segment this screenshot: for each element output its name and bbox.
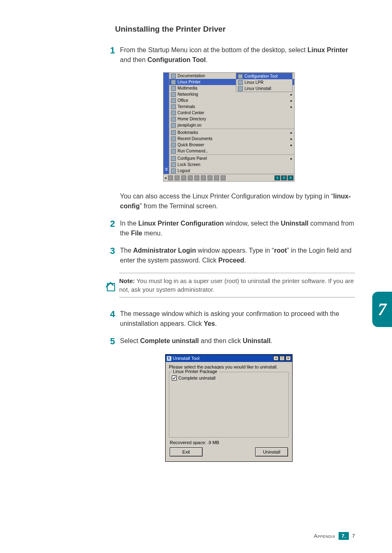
taskbar-icon[interactable] (221, 175, 226, 180)
submenu-configuration-tool[interactable]: Configuration Tool (236, 73, 292, 79)
logout-icon (171, 168, 176, 173)
label: Documentation (178, 74, 205, 78)
exit-button[interactable]: Exit (170, 447, 203, 456)
text: You can also access the Linux Printer Co… (120, 193, 333, 200)
label: Recent Documents (178, 136, 212, 141)
bold: Complete uninstall (140, 337, 199, 344)
step-text: From the Startup Menu icon at the bottom… (120, 45, 355, 65)
taskbar-icon[interactable] (188, 175, 193, 180)
terminal-icon (171, 104, 176, 109)
maximize-button[interactable]: □ (279, 356, 285, 361)
note-icon (105, 280, 117, 293)
dialog-title: Uninstall Tool (173, 356, 199, 361)
menu-item-terminals[interactable]: Terminals▸ (169, 104, 294, 110)
office-icon (171, 98, 176, 103)
submenu-arrow-icon: ▸ (291, 143, 293, 147)
note-block: Note: You must log in as a super user (r… (103, 273, 355, 297)
dialog-titlebar: K Uninstall Tool ▪ □ × (166, 355, 292, 362)
label: Multimedia (178, 86, 197, 90)
step-text: Select Complete uninstall and then click… (120, 336, 355, 346)
label: Configuration Tool (244, 74, 277, 78)
appendix-label: Appendix (314, 533, 335, 539)
text: Select (120, 337, 140, 344)
workspace-1[interactable]: 1 (274, 175, 280, 180)
uninstall-button[interactable]: Uninstall (255, 447, 288, 456)
step-text: The message window which is asking your … (120, 309, 355, 329)
minimize-button[interactable]: ▪ (273, 356, 279, 361)
page-footer: Appendix 7.7 (314, 532, 355, 540)
step-number: 3 (103, 246, 115, 256)
bold: Uninstall (281, 220, 309, 227)
menu-item-home-directory[interactable]: Home Directory (169, 116, 294, 122)
label: Quick Browser (178, 143, 204, 147)
taskbar-icon[interactable] (201, 175, 206, 180)
workspace-switcher: 1 2 3 (274, 175, 293, 180)
menu-item-control-center[interactable]: Control Center (169, 110, 294, 116)
taskbar-icon[interactable] (181, 175, 186, 180)
taskbar-icon[interactable] (175, 175, 180, 180)
menu-item-quick-browser[interactable]: Quick Browser▸ (169, 142, 294, 148)
recovered-space-label: Recovered space: .9 MB (170, 440, 288, 445)
text: In the (120, 220, 138, 227)
kde-menu-screenshot: M Documentation▸ Linux Printer▸ Multimed… (163, 72, 295, 182)
control-icon (171, 111, 176, 115)
label: Configure Panel (178, 156, 207, 161)
label: Office (178, 98, 188, 103)
taskbar-kmenu-icon[interactable] (168, 175, 173, 180)
menu-item-bookmarks[interactable]: Bookmarks▸ (169, 129, 294, 136)
complete-uninstall-checkbox[interactable]: Complete uninstall (172, 376, 286, 380)
multimedia-icon (171, 86, 176, 91)
bold: Uninstall (243, 337, 271, 344)
text: window, select the (224, 220, 281, 227)
taskbar-icon[interactable] (214, 175, 219, 180)
submenu-linux-lpr[interactable]: Linux LPR (236, 79, 292, 85)
taskbar-icon[interactable] (208, 175, 212, 180)
note-text: You must log in as a super user (root) t… (119, 277, 354, 293)
workspace-3[interactable]: 3 (288, 175, 293, 180)
tool-icon (238, 74, 243, 79)
tool-icon (238, 86, 243, 91)
menu-item-networking[interactable]: Networking▸ (169, 91, 294, 97)
menu-item-logout[interactable]: Logout (169, 168, 294, 174)
label: Run Command... (178, 149, 209, 153)
step-2: 2 In the Linux Printer Configuration win… (103, 219, 355, 238)
bold: Yes (204, 320, 215, 327)
taskbar-left-arrow-icon[interactable]: ◂ (164, 175, 166, 180)
tool-icon (238, 80, 243, 85)
kde-taskbar: ◂ 1 2 3 (164, 174, 294, 181)
menu-item-lock-screen[interactable]: Lock Screen (169, 161, 294, 168)
text: The message window which is asking your … (120, 310, 339, 327)
close-button[interactable]: × (286, 356, 291, 361)
label: Home Directory (178, 117, 206, 121)
step-1-followup: You can also access the Linux Printer Co… (120, 191, 355, 211)
printer-icon (171, 80, 176, 85)
step-text: The Administrator Login window appears. … (120, 246, 355, 265)
package-group: Linux Printer Package Complete uninstall (169, 372, 289, 438)
submenu-arrow-icon: ▸ (291, 92, 293, 97)
uninstall-dialog: K Uninstall Tool ▪ □ × Please select the… (165, 354, 293, 462)
menu-item-configure-panel[interactable]: Configure Panel▸ (169, 155, 294, 161)
workspace-2[interactable]: 2 (281, 175, 287, 180)
label: Lock Screen (178, 162, 201, 167)
label: Linux Printer (178, 80, 201, 84)
step-5: 5 Select Complete uninstall and then cli… (103, 336, 355, 347)
section-heading: Uninstalling the Printer Driver (115, 25, 355, 34)
bold: File (131, 230, 143, 237)
browser-icon (171, 143, 176, 147)
menu-item-run-command[interactable]: Run Command... (169, 148, 294, 154)
submenu-arrow-icon: ▸ (291, 131, 293, 135)
menu-item-recent-documents[interactable]: Recent Documents▸ (169, 136, 294, 142)
kde-sidebar-label: M (164, 168, 168, 171)
group-title: Linux Printer Package (172, 369, 219, 374)
note-content: Note: You must log in as a super user (r… (119, 273, 355, 297)
submenu-arrow-icon: ▸ (291, 105, 293, 109)
menu-item-office[interactable]: Office▸ (169, 97, 294, 104)
text: . (270, 337, 272, 344)
bold: Linux Printer (307, 46, 348, 53)
taskbar-icon[interactable] (194, 175, 199, 180)
text: ” from the Terminal screen. (140, 203, 218, 210)
home-icon (171, 117, 176, 122)
text: and then (120, 56, 148, 63)
submenu-linux-uninstall[interactable]: Linux Uninstall (236, 85, 292, 92)
menu-item-javaplugin[interactable]: javaplugin.so (169, 122, 294, 128)
